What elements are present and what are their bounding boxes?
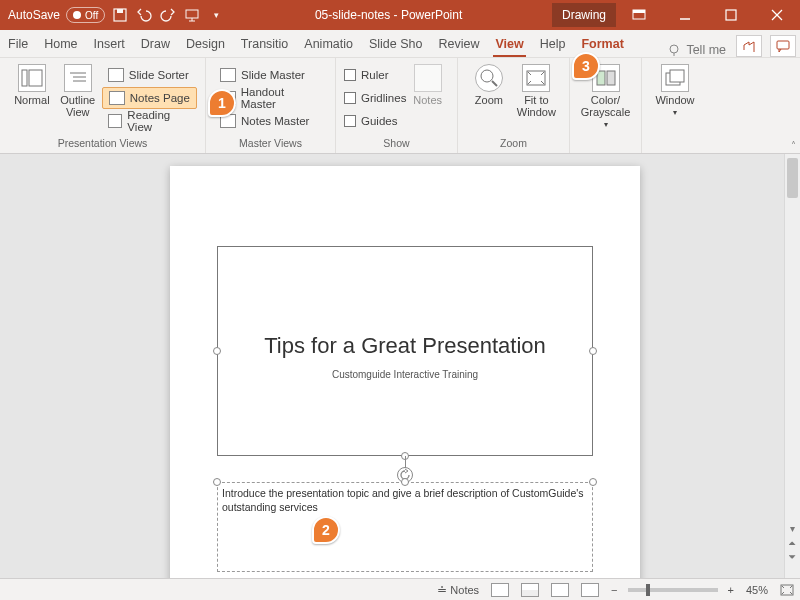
share-button[interactable] [736, 35, 762, 57]
slide-subtitle: Customguide Interactive Training [218, 369, 592, 380]
view-slideshow-icon[interactable] [575, 579, 605, 601]
notes-pane-button[interactable]: Notes [406, 62, 449, 106]
resize-handle[interactable] [213, 347, 221, 355]
vertical-scrollbar[interactable]: ▴ ▾ ⏶ ⏷ [784, 154, 800, 578]
reading-view-button[interactable]: Reading View [102, 110, 197, 132]
autosave-label: AutoSave [8, 8, 60, 22]
fit-to-window-button[interactable]: Fit to Window [512, 62, 561, 118]
tab-design[interactable]: Design [178, 32, 233, 57]
view-reading-icon[interactable] [545, 579, 575, 601]
ribbon-display-options-icon[interactable] [616, 0, 662, 30]
window-title: 05-slide-notes - PowerPoint [225, 8, 552, 22]
maximize-button[interactable] [708, 0, 754, 30]
guides-checkbox[interactable]: Guides [344, 110, 406, 132]
fit-to-window-statusbar-icon[interactable] [774, 579, 800, 601]
view-sorter-icon[interactable] [515, 579, 545, 601]
scroll-down-icon[interactable]: ▾ [785, 520, 800, 536]
svg-rect-21 [607, 71, 615, 85]
tab-home[interactable]: Home [36, 32, 85, 57]
tab-help[interactable]: Help [532, 32, 574, 57]
collapse-ribbon-icon[interactable]: ˄ [791, 140, 796, 151]
normal-view-button[interactable]: Normal [8, 62, 56, 106]
notes-text: Introduce the presentation topic and giv… [222, 487, 584, 513]
notes-page-button[interactable]: Notes Page [102, 87, 197, 109]
next-slide-icon[interactable]: ⏷ [785, 550, 800, 564]
minimize-button[interactable] [662, 0, 708, 30]
resize-handle[interactable] [401, 478, 409, 486]
slide-master-button[interactable]: Slide Master [214, 64, 327, 86]
close-button[interactable] [754, 0, 800, 30]
outline-view-button[interactable]: Outline View [56, 62, 100, 118]
zoom-button[interactable]: Zoom [466, 62, 512, 106]
normal-view-icon [18, 64, 46, 92]
tell-me-search[interactable]: Tell me [662, 43, 732, 57]
slide-thumbnail[interactable]: Tips for a Great Presentation Customguid… [217, 246, 593, 456]
group-label-presentation-views: Presentation Views [8, 137, 197, 151]
ribbon: Normal Outline View Slide Sorter Notes P… [0, 58, 800, 154]
zoom-in-button[interactable]: + [722, 579, 740, 601]
tutorial-callout-2: 2 [312, 516, 340, 544]
outline-view-icon [64, 64, 92, 92]
svg-rect-23 [670, 70, 684, 82]
tutorial-callout-3: 3 [572, 52, 600, 80]
slide-sorter-button[interactable]: Slide Sorter [102, 64, 197, 86]
gridlines-checkbox[interactable]: Gridlines [344, 87, 406, 109]
svg-point-9 [670, 45, 678, 53]
ruler-checkbox[interactable]: Ruler [344, 64, 406, 86]
svg-rect-11 [777, 41, 789, 49]
zoom-icon [475, 64, 503, 92]
group-label-master-views: Master Views [214, 137, 327, 151]
resize-handle[interactable] [589, 478, 597, 486]
notes-toggle[interactable]: ≐Notes [431, 579, 485, 601]
reading-view-icon [108, 114, 123, 128]
group-label-show: Show [344, 137, 449, 151]
scroll-thumb[interactable] [787, 158, 798, 198]
workspace: Tips for a Great Presentation Customguid… [0, 154, 800, 578]
window-icon [661, 64, 689, 92]
notes-pane-icon [414, 64, 442, 92]
notes-page-canvas[interactable]: Tips for a Great Presentation Customguid… [170, 166, 640, 578]
prev-slide-icon[interactable]: ⏶ [785, 536, 800, 550]
window-button[interactable]: Window▾ [650, 62, 700, 117]
redo-icon[interactable] [159, 6, 177, 24]
svg-line-18 [492, 81, 497, 86]
tab-slideshow[interactable]: Slide Sho [361, 32, 431, 57]
slide-sorter-icon [108, 68, 124, 82]
svg-point-17 [481, 70, 493, 82]
autosave-toggle[interactable]: Off [66, 7, 105, 23]
notes-page-icon [109, 91, 125, 105]
start-slideshow-icon[interactable] [183, 6, 201, 24]
tab-draw[interactable]: Draw [133, 32, 178, 57]
tab-transitions[interactable]: Transitio [233, 32, 296, 57]
tab-animations[interactable]: Animatio [296, 32, 361, 57]
undo-icon[interactable] [135, 6, 153, 24]
zoom-slider[interactable] [628, 588, 718, 592]
contextual-tab-drawing[interactable]: Drawing [552, 3, 616, 27]
statusbar: ≐Notes − + 45% [0, 578, 800, 600]
svg-rect-4 [633, 10, 645, 13]
tab-insert[interactable]: Insert [86, 32, 133, 57]
svg-rect-6 [726, 10, 736, 20]
tutorial-callout-1: 1 [208, 89, 236, 117]
svg-rect-12 [22, 70, 27, 86]
qat-dropdown-icon[interactable]: ▾ [207, 6, 225, 24]
resize-handle[interactable] [213, 478, 221, 486]
notes-text-box[interactable]: Introduce the presentation topic and giv… [217, 482, 593, 572]
tab-view[interactable]: View [487, 32, 531, 57]
svg-rect-1 [117, 9, 123, 13]
view-normal-icon[interactable] [485, 579, 515, 601]
tab-review[interactable]: Review [430, 32, 487, 57]
tab-file[interactable]: File [0, 32, 36, 57]
zoom-out-button[interactable]: − [605, 579, 623, 601]
slide-master-icon [220, 68, 236, 82]
group-label-zoom: Zoom [466, 137, 561, 151]
ribbon-tabs: File Home Insert Draw Design Transitio A… [0, 30, 800, 58]
svg-rect-2 [186, 10, 198, 18]
zoom-level[interactable]: 45% [740, 579, 774, 601]
comments-button[interactable] [770, 35, 796, 57]
titlebar: AutoSave Off ▾ 05-slide-notes - PowerPoi… [0, 0, 800, 30]
resize-handle[interactable] [589, 347, 597, 355]
save-icon[interactable] [111, 6, 129, 24]
svg-rect-13 [29, 70, 42, 86]
group-label-window [650, 149, 700, 151]
